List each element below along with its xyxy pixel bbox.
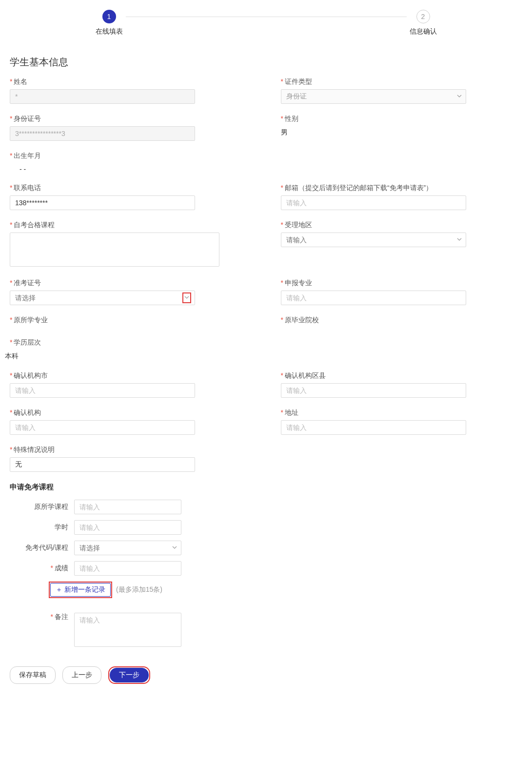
- label-declare-major: *申报专业: [281, 279, 523, 288]
- label-pass-course: *自考合格课程: [10, 221, 252, 230]
- step-line: [126, 17, 407, 17]
- input-email[interactable]: [281, 195, 466, 210]
- label-birth: *出生年月: [10, 152, 252, 160]
- action-bar: 保存草稿 上一步 下一步: [5, 661, 527, 694]
- textarea-remark[interactable]: [74, 613, 181, 647]
- next-button[interactable]: 下一步: [110, 668, 149, 682]
- input-id-no[interactable]: [10, 126, 195, 141]
- step-2-circle: 2: [416, 10, 430, 23]
- label-hours: 学时: [10, 523, 68, 532]
- section-basic-title: 学生基本信息: [10, 56, 527, 69]
- label-region: *受理地区: [281, 221, 523, 230]
- label-orig-school: *原毕业院校: [281, 316, 523, 325]
- label-confirm-county: *确认机构区县: [281, 371, 523, 380]
- step-2-label: 信息确认: [410, 27, 437, 36]
- add-record-button[interactable]: ＋新增一条记录: [50, 583, 111, 597]
- add-record-highlight: ＋新增一条记录: [49, 582, 112, 598]
- label-gender: *性别: [281, 115, 523, 123]
- value-level: 本科: [5, 350, 252, 361]
- input-declare-major[interactable]: [281, 291, 466, 305]
- label-email: *邮箱（提交后请到登记的邮箱下载“免考申请表”）: [281, 184, 523, 193]
- label-orig-course: 原所学课程: [10, 503, 68, 511]
- label-name: *姓名: [10, 78, 252, 86]
- label-exempt-code: 免考代码/课程: [10, 544, 68, 552]
- input-name[interactable]: [10, 89, 195, 104]
- plus-icon: ＋: [56, 585, 62, 594]
- label-exam-no: *准考证号: [10, 279, 252, 288]
- input-phone[interactable]: [10, 195, 195, 210]
- select-exam-no[interactable]: [10, 291, 195, 305]
- label-confirm-org: *确认机构: [10, 408, 252, 417]
- label-remark: *备注: [10, 613, 68, 622]
- step-2: 2 信息确认: [410, 10, 437, 36]
- step-1-circle: 1: [102, 10, 116, 23]
- label-id-type: *证件类型: [281, 78, 523, 86]
- value-gender: 男: [281, 126, 523, 137]
- input-confirm-county[interactable]: [281, 383, 466, 398]
- select-exempt-code[interactable]: [74, 541, 181, 555]
- step-1-label: 在线填表: [96, 27, 123, 36]
- input-address[interactable]: [281, 420, 466, 435]
- step-1: 1 在线填表: [96, 10, 123, 36]
- apply-section-title: 申请免考课程: [10, 483, 522, 492]
- label-id-no: *身份证号: [10, 115, 252, 123]
- label-confirm-city: *确认机构市: [10, 371, 252, 380]
- label-score: *成绩: [10, 564, 68, 573]
- label-special: *特殊情况说明: [10, 446, 252, 454]
- select-region[interactable]: [281, 233, 466, 247]
- input-score[interactable]: [74, 561, 181, 576]
- prev-button[interactable]: 上一步: [62, 666, 101, 684]
- input-confirm-org[interactable]: [10, 420, 195, 435]
- textarea-pass-course[interactable]: [10, 233, 219, 267]
- input-special[interactable]: [10, 457, 195, 472]
- input-hours[interactable]: [74, 520, 181, 535]
- value-birth: - -: [10, 163, 252, 173]
- label-address: *地址: [281, 408, 523, 417]
- input-confirm-city[interactable]: [10, 383, 195, 398]
- label-phone: *联系电话: [10, 184, 252, 193]
- save-draft-button[interactable]: 保存草稿: [10, 666, 56, 684]
- input-orig-course[interactable]: [74, 500, 181, 514]
- step-indicator: 1 在线填表 2 信息确认: [96, 5, 437, 36]
- label-level: *学历层次: [10, 338, 252, 347]
- next-button-highlight: 下一步: [108, 666, 150, 684]
- select-id-type[interactable]: [281, 89, 466, 104]
- label-orig-major: *原所学专业: [10, 316, 252, 325]
- add-record-hint: (最多添加15条): [116, 585, 162, 594]
